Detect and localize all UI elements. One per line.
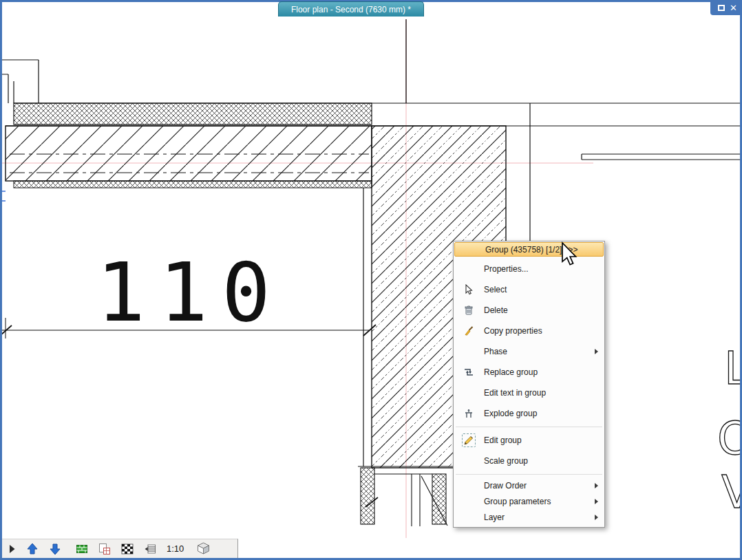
down-arrow-icon [49,543,61,555]
svg-text:V: V [721,466,742,519]
fill-scale-icon [144,543,156,555]
layout-display-button[interactable] [98,543,111,555]
menu-item-phase[interactable]: Phase [454,341,604,362]
checkerboard-icon [121,543,134,555]
grid-display-button[interactable] [76,543,88,555]
room-number-label[interactable]: 110 [96,245,284,340]
menu-item-label: Select [484,285,598,294]
submenu-arrow-icon [595,349,598,354]
menu-item-label: Scale group [484,456,598,466]
insulation-layer [14,103,372,125]
floorplan-canvas[interactable]: 110 L O V [0,0,742,560]
menu-item-select[interactable]: Select [454,279,604,300]
menu-item-explode-group[interactable]: Explode group [454,403,604,424]
menu-item-group-parameters[interactable]: Group parameters [454,493,604,509]
view-3d-button[interactable] [194,541,213,556]
view-toolbar: 1:10 [2,539,238,558]
pencil-icon [454,433,484,447]
restore-button[interactable] [718,1,725,14]
menu-separator [456,474,602,475]
menu-item-edit-text-in-group[interactable]: Edit text in group [454,383,604,403]
window-controls: ✕ [710,0,742,15]
tab-floor-plan[interactable]: Floor plan - Second (7630 mm) * [278,1,424,17]
up-arrow-icon [26,543,39,555]
svg-text:L: L [724,342,742,395]
menu-item-draw-order[interactable]: Draw Order [454,477,604,493]
replace-icon [454,367,484,378]
app-window: 110 L O V Group (435758) [1/2] >> Proper… [0,0,742,560]
menu-separator [456,427,602,427]
menu-item-label: Phase [484,347,595,356]
svg-text:O: O [717,412,742,465]
menu-item-label: Draw Order [484,481,595,491]
collapse-arrow-icon [8,544,16,554]
explode-icon [454,408,484,419]
submenu-arrow-icon [595,499,598,504]
brush-icon [454,325,484,336]
menu-item-edit-group[interactable]: Edit group [454,430,604,451]
menu-item-layer[interactable]: Layer [454,509,604,525]
menu-header-group[interactable]: Group (435758) [1/2] >> [454,242,604,257]
checker-display-button[interactable] [121,543,134,555]
menu-item-delete[interactable]: Delete [454,300,604,321]
menu-item-label: Copy properties [484,326,598,336]
toolbar-collapse-button[interactable] [8,544,16,554]
menu-item-label: Group parameters [484,497,595,506]
layout-icon [98,543,111,555]
menu-item-copy-properties[interactable]: Copy properties [454,321,604,341]
submenu-arrow-icon [595,515,598,520]
menu-item-label: Edit group [484,435,598,445]
menu-header-cycle[interactable]: >> [568,245,577,255]
grid-icon [76,543,88,555]
trash-icon [454,305,484,316]
menu-item-label: Properties... [484,264,598,274]
menu-item-label: Edit text in group [484,388,598,398]
context-menu: Group (435758) [1/2] >> Properties... Se… [453,241,605,528]
3d-box-icon [194,541,213,556]
menu-item-label: Delete [484,305,598,315]
scale-indicator[interactable]: 1:10 [167,543,184,554]
menu-item-properties[interactable]: Properties... [454,259,604,279]
menu-item-label: Layer [484,513,595,522]
navigate-down-button[interactable] [49,543,61,555]
menu-item-replace-group[interactable]: Replace group [454,362,604,383]
close-button[interactable]: ✕ [730,3,737,12]
menu-header-label: Group (435758) [1/2] [485,245,562,255]
menu-item-label: Replace group [484,367,598,377]
restore-icon [718,5,725,11]
menu-item-scale-group[interactable]: Scale group [454,451,604,471]
menu-item-label: Explode group [484,409,598,418]
fill-scale-button[interactable] [144,543,156,555]
navigate-up-button[interactable] [26,543,39,555]
finish-layer [14,181,372,188]
tab-title: Floor plan - Second (7630 mm) * [291,5,411,14]
submenu-arrow-icon [595,483,598,488]
cursor-icon [454,284,484,295]
